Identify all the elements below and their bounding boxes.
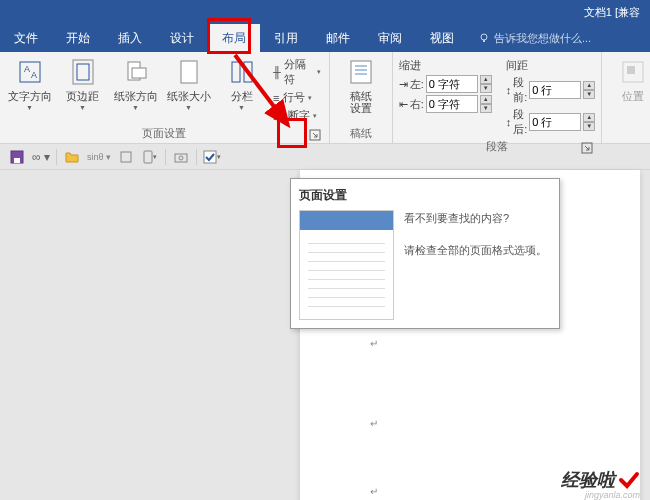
check-icon xyxy=(618,469,640,491)
svg-rect-6 xyxy=(77,64,89,80)
tag-icon[interactable]: sinθ ▾ xyxy=(87,148,111,166)
size-button[interactable]: 纸张大小 ▼ xyxy=(165,56,212,124)
svg-text:A: A xyxy=(24,64,30,74)
tab-file[interactable]: 文件 xyxy=(0,24,52,52)
box-button[interactable] xyxy=(117,148,135,166)
indent-header: 缩进 xyxy=(399,58,492,73)
spin-up[interactable]: ▲ xyxy=(480,75,492,84)
breaks-button[interactable]: ╫分隔符▾ xyxy=(271,56,323,88)
tab-mailings[interactable]: 邮件 xyxy=(312,24,364,52)
group-manuscript: 稿纸 设置 稿纸 xyxy=(330,52,393,143)
line-numbers-button[interactable]: ≡行号▾ xyxy=(271,89,323,106)
tooltip-title: 页面设置 xyxy=(299,187,551,204)
svg-rect-26 xyxy=(144,151,152,163)
position-button[interactable]: 位置 xyxy=(608,56,650,143)
orientation-button[interactable]: 纸张方向 ▼ xyxy=(112,56,159,124)
tab-insert[interactable]: 插入 xyxy=(104,24,156,52)
indent-right-input[interactable] xyxy=(426,95,478,113)
lightbulb-icon xyxy=(478,32,490,44)
tab-view[interactable]: 视图 xyxy=(416,24,468,52)
camera-button[interactable] xyxy=(172,148,190,166)
paragraph-dialog-launcher[interactable] xyxy=(581,142,593,154)
svg-rect-8 xyxy=(132,68,146,78)
spacing-after-input[interactable] xyxy=(529,113,581,131)
spacing-before-input[interactable] xyxy=(529,81,581,99)
spin-up[interactable]: ▲ xyxy=(583,113,595,122)
spin-down[interactable]: ▼ xyxy=(583,90,595,99)
tab-references[interactable]: 引用 xyxy=(260,24,312,52)
page-size-icon xyxy=(173,56,205,88)
spacing-after-icon: ↕ xyxy=(506,116,512,128)
tell-me-search[interactable]: 告诉我您想做什么... xyxy=(468,31,591,46)
group-arrange: 位置 环绕 xyxy=(602,52,650,143)
group-page-setup: AA 文字方向 ▼ 页边距 ▼ 纸张方向 ▼ 纸张大小 ▼ 分栏 xyxy=(0,52,330,143)
title-bar: 文档1 [兼容 xyxy=(0,0,650,24)
columns-button[interactable]: 分栏 ▼ xyxy=(218,56,265,124)
tab-layout[interactable]: 布局 xyxy=(208,24,260,52)
indent-left-icon: ⇥ xyxy=(399,78,408,91)
tooltip-text: 看不到要查找的内容? 请检查全部的页面格式选项。 xyxy=(404,210,551,320)
spacing-before-icon: ↕ xyxy=(506,84,512,96)
tab-review[interactable]: 审阅 xyxy=(364,24,416,52)
document-title: 文档1 [兼容 xyxy=(584,6,640,18)
svg-rect-10 xyxy=(232,62,240,82)
manuscript-settings-button[interactable]: 稿纸 设置 xyxy=(336,56,386,124)
infinity-icon[interactable]: ∞ ▾ xyxy=(32,148,50,166)
watermark: 经验啦 xyxy=(561,468,640,492)
folder-button[interactable] xyxy=(63,148,81,166)
spacing-before-label: 段前: xyxy=(513,75,527,105)
text-direction-button[interactable]: AA 文字方向 ▼ xyxy=(6,56,53,124)
line-numbers-icon: ≡ xyxy=(273,92,279,104)
chevron-down-icon: ▼ xyxy=(238,104,245,111)
margins-button[interactable]: 页边距 ▼ xyxy=(59,56,106,124)
svg-text:A: A xyxy=(31,70,37,80)
paragraph-mark-icon: ↵ xyxy=(370,338,378,349)
checkbox-button[interactable]: ▾ xyxy=(203,148,221,166)
spin-up[interactable]: ▲ xyxy=(583,81,595,90)
columns-icon xyxy=(226,56,258,88)
spacing-after-label: 段后: xyxy=(513,107,527,137)
breaks-icon: ╫ xyxy=(273,66,281,78)
spin-up[interactable]: ▲ xyxy=(480,95,492,104)
menu-bar: 文件 开始 插入 设计 布局 引用 邮件 审阅 视图 告诉我您想做什么... xyxy=(0,24,650,52)
paragraph-mark-icon: ↵ xyxy=(370,418,378,429)
svg-rect-25 xyxy=(121,152,131,162)
svg-rect-1 xyxy=(483,40,485,42)
svg-rect-29 xyxy=(204,151,216,163)
phone-button[interactable]: ▾ xyxy=(141,148,159,166)
spin-down[interactable]: ▼ xyxy=(480,84,492,93)
position-icon xyxy=(617,56,649,88)
text-direction-icon: AA xyxy=(14,56,46,88)
ribbon: AA 文字方向 ▼ 页边距 ▼ 纸张方向 ▼ 纸张大小 ▼ 分栏 xyxy=(0,52,650,144)
manuscript-icon xyxy=(345,56,377,88)
indent-right-icon: ⇤ xyxy=(399,98,408,111)
margins-icon xyxy=(67,56,99,88)
spacing-header: 间距 xyxy=(506,58,596,73)
svg-point-0 xyxy=(481,34,487,40)
spin-down[interactable]: ▼ xyxy=(583,122,595,131)
tab-home[interactable]: 开始 xyxy=(52,24,104,52)
svg-rect-13 xyxy=(351,61,371,83)
group-label-page-setup: 页面设置 xyxy=(6,124,323,143)
tab-design[interactable]: 设计 xyxy=(156,24,208,52)
page-setup-dialog-launcher[interactable] xyxy=(309,129,321,141)
svg-rect-11 xyxy=(244,62,252,82)
spin-down[interactable]: ▼ xyxy=(480,104,492,113)
indent-left-input[interactable] xyxy=(426,75,478,93)
save-button[interactable] xyxy=(8,148,26,166)
group-paragraph: 缩进 ⇥ 左: ▲▼ ⇤ 右: ▲▼ 间距 ↕ 段前: xyxy=(393,52,603,143)
tooltip-preview-image xyxy=(299,210,394,320)
chevron-down-icon: ▼ xyxy=(185,104,192,111)
watermark-url: jingyanla.com xyxy=(585,490,640,500)
chevron-down-icon: ▼ xyxy=(132,104,139,111)
group-label-paragraph: 段落 xyxy=(399,137,596,156)
chevron-down-icon: ▼ xyxy=(26,104,33,111)
indent-left-label: 左: xyxy=(410,77,424,92)
hyphenation-button[interactable]: bc断字▾ xyxy=(271,107,323,124)
chevron-down-icon: ▼ xyxy=(79,104,86,111)
paragraph-mark-icon: ↵ xyxy=(370,486,378,497)
svg-rect-19 xyxy=(627,66,635,74)
group-label-manuscript: 稿纸 xyxy=(336,124,386,143)
svg-rect-24 xyxy=(14,158,20,163)
svg-point-28 xyxy=(179,156,183,160)
